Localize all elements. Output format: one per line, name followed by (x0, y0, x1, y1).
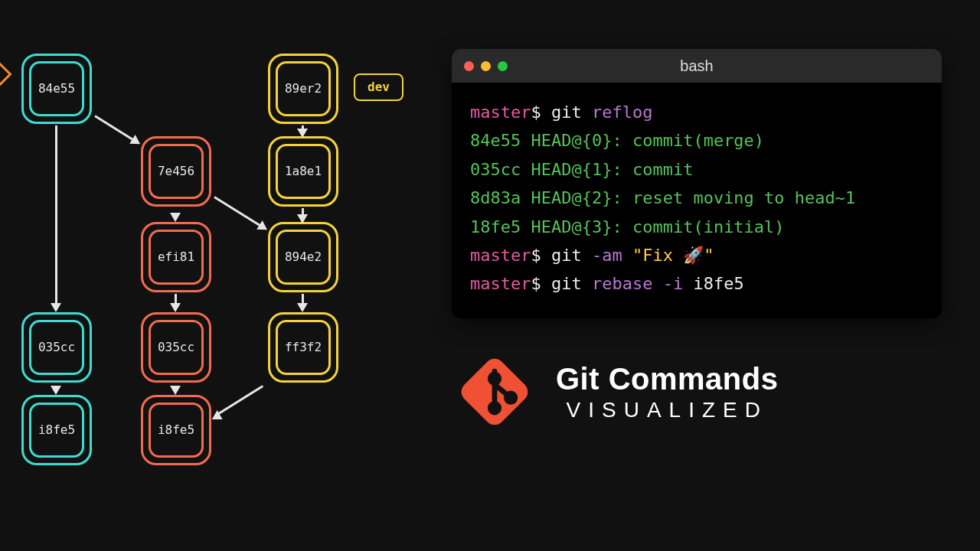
commit-hash: ff3f2 (285, 341, 322, 354)
commit-node: 035cc (141, 312, 211, 383)
terminal-titlebar: bash (452, 49, 942, 83)
svg-point-3 (490, 374, 499, 383)
git-logo-icon (458, 355, 531, 429)
arrow-head-icon (170, 213, 181, 222)
terminal-text: 035cc HEAD@{1}: commit (470, 160, 693, 179)
terminal-text: reflog (592, 103, 652, 122)
terminal-text: rebase -i (592, 274, 693, 293)
brand-block: Git Commands VISUALIZED (458, 355, 778, 429)
commit-node: 1a8e1 (268, 136, 338, 207)
brand-text: Git Commands VISUALIZED (556, 362, 778, 422)
svg-point-5 (506, 393, 515, 403)
commit-hash: i8fe5 (158, 424, 194, 436)
terminal-text: $ (531, 246, 551, 265)
branch-tag-label: dev (368, 80, 390, 94)
terminal-line: 035cc HEAD@{1}: commit (470, 155, 923, 184)
commit-hash: 84e55 (38, 83, 75, 95)
arrow-head-icon (297, 214, 308, 223)
terminal-text: 8d83a HEAD@{2}: reset moving to head~1 (470, 188, 855, 207)
branch-tag: dev (354, 73, 403, 101)
commit-hash: efi81 (158, 251, 194, 263)
terminal-window: bash master$ git reflog84e55 HEAD@{0}: c… (452, 49, 942, 318)
terminal-line: 84e55 HEAD@{0}: commit(merge) (470, 126, 923, 155)
arrow-head-icon (297, 303, 308, 312)
commit-hash: i8fe5 (38, 424, 75, 436)
commit-node: ff3f2 (268, 312, 338, 383)
arrow-head-icon (170, 303, 181, 312)
brand-title: Git Commands (556, 362, 778, 396)
terminal-body: master$ git reflog84e55 HEAD@{0}: commit… (452, 83, 942, 318)
commit-node: 035cc (21, 312, 92, 383)
terminal-text: -am (592, 246, 632, 265)
terminal-text: master (470, 103, 531, 122)
terminal-text: master (470, 246, 531, 265)
arrow-head-icon (51, 386, 61, 395)
terminal-text: master (470, 274, 531, 293)
terminal-line: 18fe5 HEAD@{3}: commit(initial) (470, 213, 923, 241)
terminal-text: "Fix (632, 246, 683, 265)
commit-node: 894e2 (268, 222, 338, 292)
terminal-line: master$ git rebase -i i8fe5 (470, 269, 923, 298)
commit-hash: 89er2 (285, 83, 322, 95)
terminal-text: $ (531, 103, 551, 122)
terminal-line: master$ git -am "Fix 🚀" (470, 241, 923, 269)
head-marker-icon (0, 62, 12, 86)
terminal-text: " (704, 246, 714, 265)
arrow-head-icon (297, 129, 308, 138)
terminal-text: 18fe5 HEAD@{3}: commit(initial) (470, 217, 785, 236)
commit-node: i8fe5 (141, 395, 211, 465)
terminal-text: 84e55 HEAD@{0}: commit(merge) (470, 131, 764, 150)
terminal-line: 8d83a HEAD@{2}: reset moving to head~1 (470, 184, 923, 212)
arrow-head-icon (170, 386, 181, 395)
arrow-line (214, 196, 260, 227)
terminal-text: git (551, 246, 592, 265)
terminal-title: bash (452, 58, 942, 73)
commit-node: i8fe5 (21, 395, 92, 465)
terminal-text: git (551, 103, 592, 122)
arrow-line (55, 126, 57, 303)
commit-hash: 7e456 (158, 165, 194, 178)
brand-subtitle: VISUALIZED (556, 398, 778, 422)
arrow-line (217, 385, 263, 416)
arrow-head-icon (51, 303, 61, 312)
terminal-line: master$ git reflog (470, 98, 923, 126)
commit-node: efi81 (141, 222, 211, 292)
terminal-text: $ (531, 274, 551, 293)
commit-node: 89er2 (268, 54, 338, 124)
commit-hash: 1a8e1 (285, 165, 322, 178)
svg-point-4 (490, 403, 499, 412)
commit-node: 84e55 (21, 54, 92, 124)
commit-hash: 035cc (158, 341, 194, 354)
commit-hash: 894e2 (285, 251, 322, 263)
commit-node: 7e456 (141, 136, 211, 207)
terminal-text: i8fe5 (693, 274, 743, 293)
terminal-text: git (551, 274, 592, 293)
commit-hash: 035cc (38, 341, 75, 354)
arrow-line (94, 115, 133, 140)
terminal-text: 🚀 (683, 246, 704, 265)
